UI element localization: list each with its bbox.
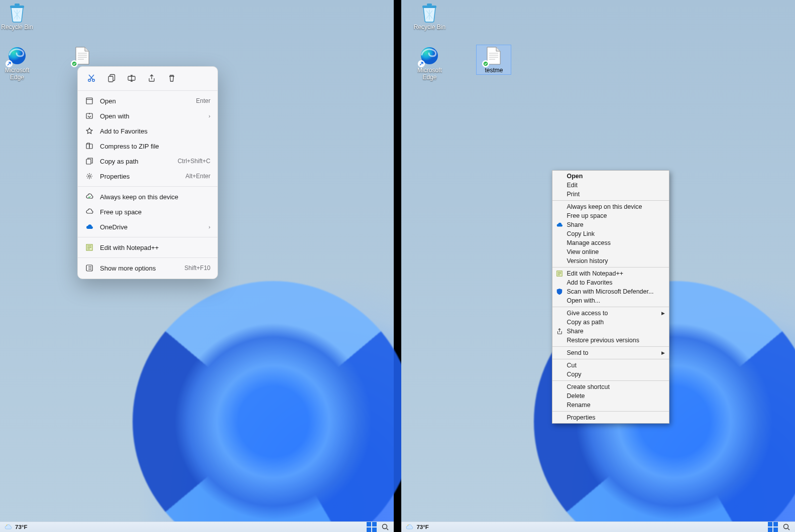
icon-label: Recycle Bin <box>0 24 34 31</box>
menu-label: Create shortcut <box>566 383 609 390</box>
delete-icon[interactable] <box>166 73 177 84</box>
classic-menu-defender[interactable]: Scan with Microsoft Defender... <box>552 287 669 296</box>
svg-rect-1 <box>15 4 20 6</box>
share-icon <box>555 327 563 335</box>
menu-label: Properties <box>566 414 595 421</box>
desktop-icon-file-selected[interactable]: testme <box>477 45 511 74</box>
classic-menu-restore[interactable]: Restore previous versions <box>552 336 669 345</box>
menu-label: Free up space <box>100 208 210 216</box>
desktop-icon-edge[interactable]: Microsoft Edge <box>0 45 34 81</box>
classic-menu-openwith[interactable]: Open with... <box>552 296 669 305</box>
desktop-left[interactable]: Recycle Bin Microsoft Edge tes <box>0 0 394 532</box>
desktop-right[interactable]: Recycle Bin Microsoft Edge testme OpenEd… <box>401 0 795 532</box>
menu-shortcut: Enter <box>196 97 210 104</box>
classic-menu-cut[interactable]: Cut <box>552 361 669 370</box>
classic-menu-share2[interactable]: Share <box>552 327 669 336</box>
menu-shortcut: Shift+F10 <box>184 264 210 272</box>
classic-menu-share[interactable]: Share <box>552 220 669 229</box>
menu-label: Restore previous versions <box>566 337 639 344</box>
context-menu-modern: Open Enter Open with › Add to Favorites … <box>77 66 218 279</box>
taskbar-search-button[interactable] <box>782 522 791 531</box>
taskbar[interactable]: 73°F <box>0 521 394 532</box>
start-button[interactable] <box>367 522 377 532</box>
svg-rect-0 <box>10 6 24 8</box>
shield-icon <box>555 288 563 296</box>
classic-menu-print[interactable]: Print <box>552 190 669 199</box>
classic-menu-giveaccess[interactable]: Give access to▶ <box>552 309 669 318</box>
cloud-check-icon <box>85 192 94 201</box>
menu-add-favorites[interactable]: Add to Favorites <box>78 123 217 139</box>
menu-label: Give access to <box>566 310 608 317</box>
chevron-right-icon: › <box>208 113 210 119</box>
classic-menu-open[interactable]: Open <box>552 172 669 181</box>
weather-widget[interactable]: 73°F <box>405 522 428 531</box>
weather-temp: 73°F <box>416 524 428 530</box>
classic-menu-props[interactable]: Properties <box>552 413 669 422</box>
menu-label: Always keep on this device <box>100 193 210 201</box>
weather-widget[interactable]: 73°F <box>4 522 27 531</box>
search-icon <box>381 523 389 531</box>
weather-temp: 73°F <box>15 524 27 530</box>
taskbar[interactable]: 73°F <box>401 521 795 532</box>
classic-menu-fav[interactable]: Add to Favorites <box>552 278 669 287</box>
desktop-icon-recycle-bin[interactable]: Recycle Bin <box>0 2 34 31</box>
icon-label: Microsoft Edge <box>412 67 446 81</box>
classic-menu-copy[interactable]: Copy <box>552 370 669 379</box>
menu-label: Cut <box>566 362 576 369</box>
menu-show-more[interactable]: Show more options Shift+F10 <box>78 260 217 276</box>
menu-label: OneDrive <box>100 223 210 231</box>
classic-menu-version[interactable]: Version history <box>552 256 669 265</box>
menu-label: Open with... <box>566 297 600 304</box>
menu-label: Open <box>100 97 190 105</box>
classic-menu-viewonline[interactable]: View online <box>552 247 669 256</box>
menu-label: Copy <box>566 371 581 378</box>
menu-open-with[interactable]: Open with › <box>78 108 217 123</box>
properties-icon <box>85 172 94 181</box>
classic-menu-npp[interactable]: Edit with Notepad++ <box>552 269 669 278</box>
classic-menu-copylink[interactable]: Copy Link <box>552 229 669 238</box>
taskbar-search-button[interactable] <box>381 522 390 531</box>
menu-onedrive[interactable]: OneDrive › <box>78 219 217 234</box>
menu-copy-path[interactable]: Copy as path Ctrl+Shift+C <box>78 154 217 169</box>
svg-point-16 <box>382 524 387 529</box>
icon-label: testme <box>477 67 511 74</box>
menu-always-keep[interactable]: Always keep on this device <box>78 189 217 204</box>
zip-icon <box>85 142 94 151</box>
menu-label: Edit <box>566 182 578 189</box>
classic-menu-edit[interactable]: Edit <box>552 181 669 190</box>
weather-icon <box>405 522 414 531</box>
classic-menu-rename[interactable]: Rename <box>552 401 669 410</box>
classic-menu-delete[interactable]: Delete <box>552 391 669 401</box>
cut-icon[interactable] <box>86 73 97 84</box>
search-icon <box>782 523 790 531</box>
menu-open[interactable]: Open Enter <box>78 93 217 108</box>
rename-icon[interactable] <box>126 73 137 84</box>
icon-label: Microsoft Edge <box>0 67 34 81</box>
context-menu-classic: OpenEditPrintAlways keep on this deviceF… <box>552 170 669 424</box>
menu-compress-zip[interactable]: Compress to ZIP file <box>78 139 217 154</box>
desktop-icon-edge[interactable]: Microsoft Edge <box>412 45 446 81</box>
classic-menu-shortcut[interactable]: Create shortcut <box>552 382 669 391</box>
menu-label: Version history <box>566 257 608 264</box>
menu-properties[interactable]: Properties Alt+Enter <box>78 169 217 184</box>
menu-label: Edit with Notepad++ <box>566 270 623 277</box>
menu-label: Delete <box>566 392 585 400</box>
classic-menu-sendto[interactable]: Send to▶ <box>552 348 669 357</box>
copy-icon[interactable] <box>106 73 117 84</box>
menu-label: Print <box>566 191 580 198</box>
menu-edit-notepadpp[interactable]: Edit with Notepad++ <box>78 240 217 255</box>
menu-label: Copy as path <box>566 319 604 326</box>
menu-free-space[interactable]: Free up space <box>78 204 217 219</box>
classic-menu-keep[interactable]: Always keep on this device <box>552 202 669 211</box>
chevron-right-icon: ▶ <box>661 311 665 316</box>
start-button[interactable] <box>768 522 778 532</box>
svg-rect-17 <box>422 6 436 8</box>
desktop-icon-recycle-bin[interactable]: Recycle Bin <box>412 2 446 31</box>
share-icon[interactable] <box>146 73 157 84</box>
svg-point-5 <box>92 79 95 82</box>
more-options-icon <box>85 263 94 273</box>
classic-menu-manage[interactable]: Manage access <box>552 238 669 247</box>
classic-menu-copypath[interactable]: Copy as path <box>552 318 669 327</box>
menu-label: Open with <box>100 112 210 120</box>
classic-menu-free[interactable]: Free up space <box>552 211 669 220</box>
